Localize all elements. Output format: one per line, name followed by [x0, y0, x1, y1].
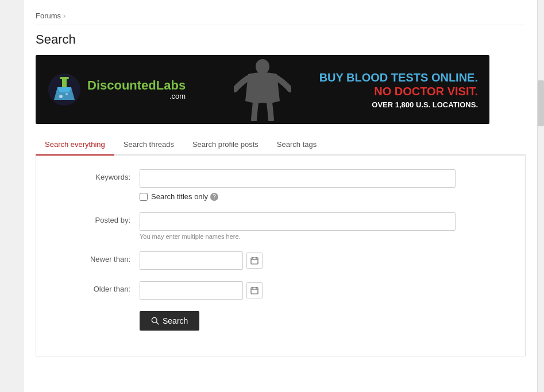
svg-rect-2 [62, 79, 67, 87]
search-titles-only-checkbox[interactable] [140, 193, 148, 201]
sidebar [0, 0, 24, 392]
older-than-control [140, 281, 514, 300]
keywords-label: Keywords: [48, 169, 140, 181]
ad-logo-icon [47, 72, 82, 107]
ad-tagline: OVER 1,800 U.S. LOCATIONS. [317, 100, 478, 109]
posted-by-input[interactable] [140, 212, 456, 231]
ad-figure [208, 58, 317, 121]
svg-rect-1 [60, 77, 69, 79]
older-than-date-wrap [140, 281, 514, 300]
newer-than-label: Newer than: [48, 251, 140, 263]
ad-logo-discounted: Discounted [87, 78, 156, 92]
ad-logo-labs: Labs [156, 78, 186, 92]
ad-subheadline: NO DOCTOR VISIT. [317, 84, 478, 98]
search-button[interactable]: Search [140, 311, 199, 331]
posted-by-row: Posted by: You may enter multiple names … [48, 212, 514, 240]
ad-right-text: BUY BLOOD TESTS ONLINE. NO DOCTOR VISIT.… [317, 71, 489, 109]
search-titles-only-row: Search titles only ? [140, 192, 514, 201]
search-button-wrap: Search [140, 311, 514, 331]
search-button-label: Search [163, 316, 188, 325]
human-silhouette-icon [234, 58, 291, 121]
tab-search-everything[interactable]: Search everything [36, 134, 114, 156]
tab-search-tags[interactable]: Search tags [268, 134, 326, 156]
keywords-row: Keywords: Search titles only ? [48, 169, 514, 201]
svg-point-7 [256, 59, 269, 74]
newer-than-calendar-icon[interactable] [246, 253, 263, 269]
older-than-row: Older than: [48, 281, 514, 300]
older-than-input[interactable] [140, 281, 243, 300]
ad-banner[interactable]: DiscountedLabs .com [36, 55, 489, 124]
search-titles-only-help-icon[interactable]: ? [210, 193, 218, 201]
search-icon [151, 317, 159, 325]
ad-logo-text: DiscountedLabs .com [87, 79, 186, 100]
newer-than-row: Newer than: [48, 251, 514, 270]
newer-than-input[interactable] [140, 251, 243, 270]
svg-line-17 [156, 322, 159, 324]
svg-point-6 [65, 93, 68, 95]
search-button-spacer [48, 311, 140, 315]
newer-than-date-wrap [140, 251, 514, 270]
newer-than-control [140, 251, 514, 270]
svg-rect-8 [251, 258, 258, 264]
tab-search-threads[interactable]: Search threads [114, 134, 183, 156]
breadcrumb: Forums › [36, 6, 526, 25]
scrollbar-thumb[interactable] [538, 80, 544, 126]
page-title: Search [36, 32, 526, 47]
ad-headline: BUY BLOOD TESTS ONLINE. [317, 71, 478, 84]
search-form: Keywords: Search titles only ? Posted by… [36, 156, 526, 356]
older-than-calendar-icon[interactable] [246, 282, 263, 298]
svg-point-5 [59, 95, 63, 98]
keywords-input[interactable] [140, 169, 456, 188]
search-titles-only-label: Search titles only [151, 192, 208, 201]
ad-logo-com: .com [87, 92, 186, 100]
breadcrumb-separator: › [63, 12, 65, 20]
svg-marker-4 [57, 87, 71, 92]
ad-left: DiscountedLabs .com [36, 72, 208, 107]
ad-logo-name: DiscountedLabs [87, 79, 186, 92]
tab-search-profile-posts[interactable]: Search profile posts [183, 134, 268, 156]
svg-rect-12 [251, 288, 258, 294]
posted-by-label: Posted by: [48, 212, 140, 224]
scrollbar[interactable] [537, 0, 544, 392]
search-tabs: Search everything Search threads Search … [36, 134, 526, 156]
keywords-control: Search titles only ? [140, 169, 514, 201]
posted-by-helper: You may enter multiple names here. [140, 233, 514, 240]
breadcrumb-forums-link[interactable]: Forums [36, 11, 61, 20]
posted-by-control: You may enter multiple names here. [140, 212, 514, 240]
older-than-label: Older than: [48, 281, 140, 293]
search-button-row: Search [48, 311, 514, 331]
